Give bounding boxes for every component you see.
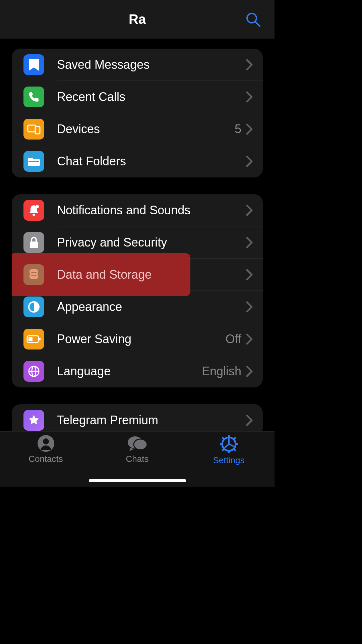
bookmark-icon	[23, 54, 44, 75]
row-label: Telegram Premium	[57, 413, 246, 427]
svg-line-28	[233, 437, 236, 440]
row-label: Privacy and Security	[57, 235, 246, 250]
row-devices[interactable]: Devices 5	[12, 113, 263, 145]
row-label: Notifications and Sounds	[57, 203, 246, 217]
row-value: Off	[226, 332, 241, 346]
bell-icon	[23, 200, 44, 221]
row-value: 5	[235, 122, 241, 136]
battery-icon	[23, 329, 44, 350]
row-label: Saved Messages	[57, 58, 246, 72]
folder-icon	[23, 151, 44, 172]
chevron-right-icon	[246, 59, 253, 70]
globe-icon	[23, 361, 44, 382]
svg-rect-12	[28, 337, 33, 341]
settings-list: Saved Messages Recent Calls Devices 5	[0, 39, 275, 436]
chevron-right-icon	[246, 415, 253, 426]
chevron-right-icon	[246, 123, 253, 135]
settings-group: Saved Messages Recent Calls Devices 5	[12, 49, 263, 177]
row-appearance[interactable]: Appearance	[12, 291, 263, 323]
row-power-saving[interactable]: Power Saving Off	[12, 323, 263, 355]
settings-icon	[219, 434, 239, 454]
row-chat-folders[interactable]: Chat Folders	[12, 145, 263, 177]
svg-rect-4	[28, 161, 39, 162]
svg-line-31	[229, 444, 234, 446]
svg-rect-2	[28, 125, 36, 132]
contacts-icon	[37, 434, 55, 452]
svg-line-26	[222, 437, 225, 440]
home-indicator	[89, 479, 186, 482]
row-label: Language	[57, 364, 202, 378]
svg-rect-3	[35, 126, 40, 134]
svg-point-18	[43, 438, 49, 444]
tab-settings[interactable]: Settings	[183, 434, 275, 466]
svg-rect-13	[39, 338, 41, 340]
row-label: Chat Folders	[57, 154, 246, 168]
svg-line-32	[225, 444, 229, 448]
chevron-right-icon	[246, 91, 253, 103]
chevron-right-icon	[246, 301, 253, 313]
row-privacy[interactable]: Privacy and Security	[12, 226, 263, 259]
row-label: Recent Calls	[57, 90, 246, 104]
row-language[interactable]: Language English	[12, 355, 263, 387]
svg-rect-7	[30, 241, 38, 248]
search-button[interactable]	[245, 11, 261, 28]
tab-label: Chats	[126, 454, 149, 464]
devices-icon	[23, 119, 44, 140]
row-label: Power Saving	[57, 332, 226, 346]
svg-point-20	[134, 439, 147, 450]
page-title: Ra	[129, 12, 146, 27]
chevron-right-icon	[246, 237, 253, 248]
row-saved-messages[interactable]: Saved Messages	[12, 49, 263, 81]
row-label: Devices	[57, 122, 235, 136]
svg-line-27	[233, 448, 236, 451]
chevron-right-icon	[246, 269, 253, 280]
chevron-right-icon	[246, 333, 253, 345]
half-circle-icon	[23, 297, 44, 317]
star-icon	[23, 410, 44, 431]
chats-icon	[127, 434, 148, 452]
phone-icon	[23, 87, 44, 107]
row-value: English	[202, 364, 241, 378]
chevron-right-icon	[246, 205, 253, 216]
chevron-right-icon	[246, 156, 253, 167]
row-label: Appearance	[57, 300, 246, 314]
row-recent-calls[interactable]: Recent Calls	[12, 81, 263, 113]
search-icon	[245, 11, 261, 28]
settings-group: Notifications and Sounds Privacy and Sec…	[12, 194, 263, 387]
tab-contacts[interactable]: Contacts	[0, 434, 92, 464]
svg-line-29	[222, 448, 225, 451]
tab-label: Settings	[213, 455, 245, 466]
tab-bar: Contacts Chats Settings	[0, 431, 275, 487]
lock-icon	[23, 232, 44, 253]
row-label: Data and Storage	[57, 268, 246, 282]
header: Ra	[0, 0, 275, 39]
row-notifications[interactable]: Notifications and Sounds	[12, 194, 263, 226]
database-icon	[23, 264, 44, 285]
svg-rect-6	[33, 214, 35, 216]
chevron-right-icon	[246, 366, 253, 377]
row-data-storage[interactable]: Data and Storage	[12, 259, 263, 291]
tab-chats[interactable]: Chats	[92, 434, 183, 464]
tab-label: Contacts	[28, 454, 63, 464]
svg-point-5	[36, 205, 39, 208]
svg-line-1	[255, 22, 260, 26]
